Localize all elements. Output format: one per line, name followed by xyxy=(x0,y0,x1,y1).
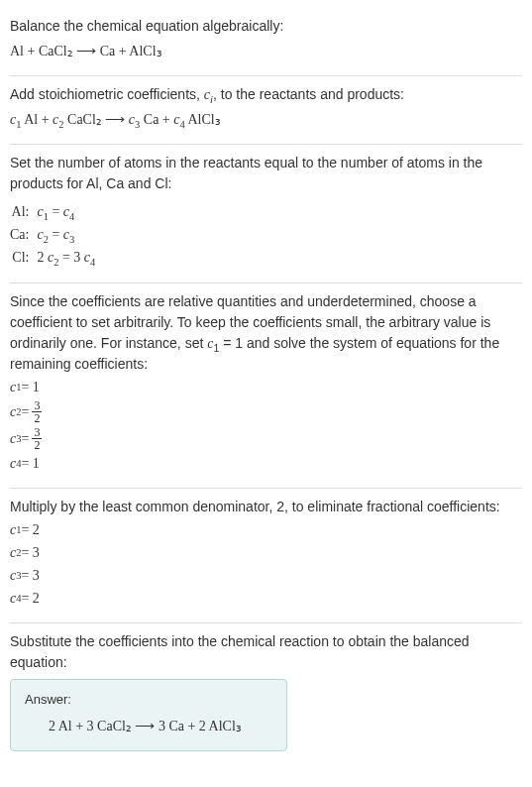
multiply-intro: Multiply by the least common denominator… xyxy=(10,497,522,517)
c-val: = 3 xyxy=(21,565,39,586)
atom-eq: c2 = c3 xyxy=(37,223,101,246)
coef-c4: c4 = 2 xyxy=(10,588,522,609)
c-val: = 3 xyxy=(21,542,39,563)
frac-den: 2 xyxy=(32,412,42,424)
atom-eq: c1 = c4 xyxy=(37,200,101,223)
section-answer: Substitute the coefficients into the che… xyxy=(10,623,522,765)
coef-c1: c1 = 1 xyxy=(10,377,522,397)
section-atoms: Set the number of atoms in the reactants… xyxy=(10,145,522,283)
atoms-intro: Set the number of atoms in the reactants… xyxy=(10,153,522,194)
c-val: = 2 xyxy=(21,588,39,609)
c-eq: = xyxy=(21,428,29,449)
atom-el: Cl: xyxy=(10,246,37,269)
atom-eq: 2 c2 = 3 c4 xyxy=(37,246,101,269)
coeff-intro-b: , to the reactants and products: xyxy=(213,86,404,102)
problem-title: Balance the chemical equation algebraica… xyxy=(10,16,522,37)
coef-c1: c1 = 2 xyxy=(10,519,522,540)
pre: 2 xyxy=(37,250,48,265)
atom-el: Al: xyxy=(10,200,37,223)
sp4: AlCl₃ xyxy=(185,112,221,127)
c-eq: = xyxy=(21,401,29,422)
fraction: 3 2 xyxy=(32,399,42,424)
rhs-s: 3 xyxy=(69,234,74,245)
section-multiply: Multiply by the least common denominator… xyxy=(10,489,522,623)
solve-intro: Since the coefficients are relative quan… xyxy=(10,291,522,375)
c-val: = 2 xyxy=(21,519,39,540)
atom-row: Ca: c2 = c3 xyxy=(10,223,101,246)
atom-row: Cl: 2 c2 = 3 c4 xyxy=(10,246,101,269)
atom-el: Ca: xyxy=(10,223,37,246)
unbalanced-equation: Al + CaCl₂ ⟶ Ca + AlCl₃ xyxy=(10,41,522,61)
answer-box: Answer: 2 Al + 3 CaCl₂ ⟶ 3 Ca + 2 AlCl₃ xyxy=(10,679,287,751)
c-val: = 1 xyxy=(21,453,39,474)
coef-c3: c3 = 3 2 xyxy=(10,426,522,451)
coef-c4: c4 = 1 xyxy=(10,453,522,474)
sp3: Ca + xyxy=(140,112,173,127)
atom-table: Al: c1 = c4 Ca: c2 = c3 Cl: 2 c2 = 3 c4 xyxy=(10,200,101,269)
rhs-s: 4 xyxy=(69,211,74,222)
atom-row: Al: c1 = c4 xyxy=(10,200,101,223)
coeff-intro-a: Add stoichiometric coefficients, xyxy=(10,86,204,102)
coeff-equation: c1 Al + c2 CaCl₂ ⟶ c3 Ca + c4 AlCl₃ xyxy=(10,109,522,130)
frac-den: 2 xyxy=(32,439,42,451)
coef-c3: c3 = 3 xyxy=(10,565,522,586)
rhs-s: 4 xyxy=(90,257,95,268)
section-problem: Balance the chemical equation algebraica… xyxy=(10,8,522,76)
coef-c2: c2 = 3 2 xyxy=(10,399,522,424)
sp1: Al + xyxy=(21,112,53,127)
c-val: = 1 xyxy=(21,377,39,397)
section-coefficients: Add stoichiometric coefficients, ci, to … xyxy=(10,76,522,145)
eq: = xyxy=(49,227,63,242)
answer-intro: Substitute the coefficients into the che… xyxy=(10,631,522,673)
balanced-equation: 2 Al + 3 CaCl₂ ⟶ 3 Ca + 2 AlCl₃ xyxy=(49,716,272,736)
coeff-intro: Add stoichiometric coefficients, ci, to … xyxy=(10,84,522,105)
answer-label: Answer: xyxy=(25,690,272,710)
eq: = 3 xyxy=(58,250,83,265)
sp2: CaCl₂ ⟶ xyxy=(64,112,129,127)
section-solve: Since the coefficients are relative quan… xyxy=(10,283,522,489)
fraction: 3 2 xyxy=(32,426,42,451)
eq: = xyxy=(49,204,63,219)
coef-c2: c2 = 3 xyxy=(10,542,522,563)
